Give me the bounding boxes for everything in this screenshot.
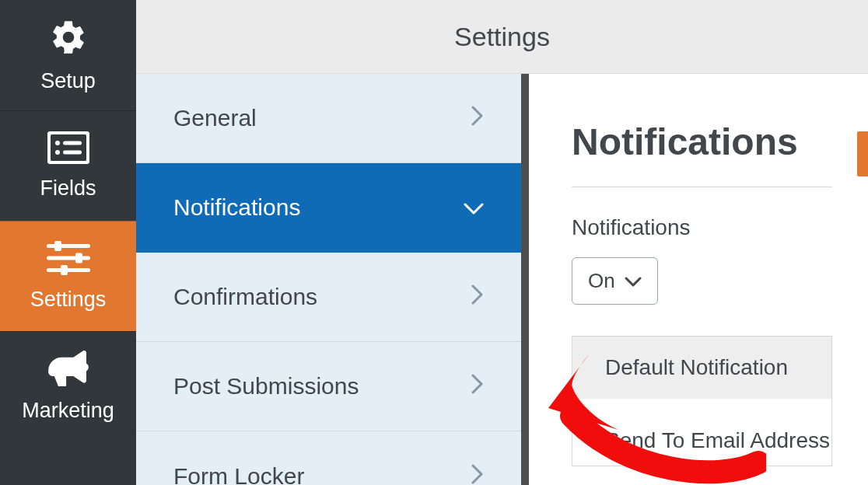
nav-fields[interactable]: Fields xyxy=(0,110,136,221)
chevron-right-icon xyxy=(471,463,484,486)
settings-item-general[interactable]: General xyxy=(136,74,521,163)
svg-rect-4 xyxy=(63,151,82,155)
settings-item-label: Post Submissions xyxy=(173,373,359,400)
svg-point-1 xyxy=(55,141,60,145)
settings-list: General Notifications Confirmations Post… xyxy=(136,74,529,485)
chevron-down-icon xyxy=(625,269,642,293)
settings-item-label: Confirmations xyxy=(173,284,317,310)
settings-item-label: Notifications xyxy=(173,194,300,221)
gear-icon xyxy=(49,18,88,60)
nav-marketing[interactable]: Marketing xyxy=(0,331,136,441)
divider xyxy=(572,187,832,187)
settings-item-post-submissions[interactable]: Post Submissions xyxy=(136,342,521,431)
svg-rect-6 xyxy=(54,241,61,251)
svg-rect-7 xyxy=(47,256,90,260)
nav-settings[interactable]: Settings xyxy=(0,221,136,331)
page-title: Settings xyxy=(454,22,550,52)
heading-accent xyxy=(857,131,868,176)
settings-item-form-locker[interactable]: Form Locker xyxy=(136,431,521,485)
card-header: Default Notification xyxy=(572,337,831,399)
list-icon xyxy=(47,131,89,167)
svg-rect-0 xyxy=(48,133,88,163)
settings-item-notifications[interactable]: Notifications xyxy=(136,163,521,253)
svg-rect-9 xyxy=(47,268,90,272)
content-heading: Notifications xyxy=(572,120,798,163)
panes: General Notifications Confirmations Post… xyxy=(136,74,868,485)
default-notification-card: Default Notification Send To Email Addre… xyxy=(572,336,832,466)
main: Settings General Notifications Confirmat… xyxy=(136,0,868,485)
settings-item-label: General xyxy=(173,105,257,131)
svg-rect-5 xyxy=(47,244,90,248)
content-pane: Notifications Notifications On Default N… xyxy=(529,74,868,485)
svg-rect-2 xyxy=(63,141,82,145)
topbar: Settings xyxy=(136,0,868,74)
notifications-toggle[interactable]: On xyxy=(572,257,658,305)
select-value: On xyxy=(588,269,615,293)
chevron-right-icon xyxy=(471,284,484,310)
nav-label: Marketing xyxy=(22,399,114,423)
settings-item-confirmations[interactable]: Confirmations xyxy=(136,253,521,342)
svg-rect-10 xyxy=(61,265,68,275)
nav-setup[interactable]: Setup xyxy=(0,0,136,110)
chevron-right-icon xyxy=(471,373,484,400)
nav-label: Fields xyxy=(40,176,96,201)
bullhorn-icon xyxy=(48,351,89,389)
notifications-toggle-label: Notifications xyxy=(572,215,868,240)
chevron-down-icon xyxy=(464,194,484,221)
nav-rail: Setup Fields Settings Marketing xyxy=(0,0,136,485)
chevron-right-icon xyxy=(471,105,484,131)
settings-item-label: Form Locker xyxy=(173,463,304,486)
nav-label: Settings xyxy=(30,288,107,312)
nav-label: Setup xyxy=(40,69,96,93)
svg-point-3 xyxy=(55,150,60,155)
send-to-email-label: Send To Email Address xyxy=(572,399,831,466)
sliders-icon xyxy=(47,241,90,278)
svg-rect-8 xyxy=(75,253,82,263)
